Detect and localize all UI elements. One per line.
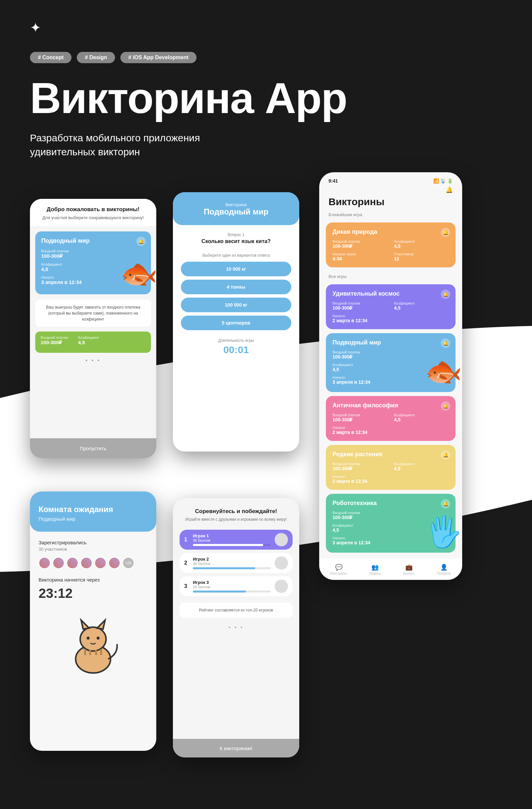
fee-label: Входной платеж bbox=[332, 239, 388, 243]
card-title: Удивительный космос bbox=[332, 290, 449, 297]
quiz-card[interactable]: 🔔 Удивительный космос Входной платеж100-… bbox=[326, 284, 456, 329]
player-name: Игрок 3 bbox=[193, 580, 271, 585]
logo-icon: ✦ bbox=[30, 20, 502, 35]
bell-icon[interactable]: 🔔 bbox=[441, 228, 450, 237]
skip-button[interactable]: Пропустить bbox=[30, 438, 156, 458]
rank-number: 3 bbox=[184, 583, 189, 589]
leaderboard-title: Соревнуйтесь и побеждайте! bbox=[179, 508, 293, 515]
screen-waiting-room: Комната ожидания Подводный мир Зарегистр… bbox=[30, 492, 156, 751]
screen-question: Викторина Подводный мир Вопрос 1 Сколько… bbox=[173, 192, 299, 451]
quiz-card[interactable]: 🔔 Редкие растения Входной платеж100-300₽… bbox=[326, 445, 456, 490]
avatar bbox=[67, 557, 79, 569]
avatar bbox=[81, 557, 92, 569]
starts-in-value: 4:34 bbox=[332, 256, 388, 261]
game-timer: 00:01 bbox=[173, 344, 299, 356]
tab-profile[interactable]: 👤Профиль bbox=[437, 564, 451, 575]
tab-balance[interactable]: 💼Баланс bbox=[403, 564, 415, 575]
player-name: Игрок 1 bbox=[193, 533, 271, 538]
quizzes-icon: 💬 bbox=[335, 564, 342, 571]
leaderboard-row[interactable]: 2 Игрок 2 30 баллов bbox=[179, 553, 293, 573]
notifications-icon[interactable]: 🔔 bbox=[319, 186, 462, 194]
waiting-title: Комната ожидания bbox=[38, 505, 148, 514]
fee-label: Входной платеж bbox=[41, 249, 145, 253]
tag-design: # Design bbox=[77, 52, 115, 63]
quiz-card-underwater[interactable]: 🔔 Подводный мир Входной платеж 100-300₽ … bbox=[35, 231, 151, 294]
avatar bbox=[95, 557, 106, 569]
welcome-subtitle: Для участия выберите понравившуюся викто… bbox=[36, 215, 150, 221]
avatar bbox=[275, 556, 288, 570]
to-quizzes-button[interactable]: К викторинам! bbox=[173, 739, 299, 757]
tag-ios: # iOS App Development bbox=[120, 52, 196, 63]
registered-count: 30 участников bbox=[38, 547, 148, 552]
coef-value: 4,5 bbox=[78, 340, 99, 345]
card-title: Подводный мир bbox=[332, 339, 449, 346]
tab-label: Профиль bbox=[437, 572, 451, 575]
page-subtitle: Разработка мобильного приложения удивите… bbox=[30, 131, 263, 159]
profile-icon: 👤 bbox=[440, 564, 448, 571]
avatar bbox=[275, 580, 288, 593]
bell-icon[interactable]: 🔔 bbox=[441, 401, 450, 411]
waiting-subtitle: Подводный мир bbox=[38, 516, 148, 522]
coef-value: 4,5 bbox=[394, 243, 449, 249]
quiz-card[interactable]: 🔔 Подводный мир Входной платеж100-300₽ К… bbox=[326, 333, 456, 392]
page-title: Викторина App bbox=[30, 73, 502, 123]
section-next-game: Ближайшая игра bbox=[319, 209, 462, 219]
duration-label: Длительность игры bbox=[173, 338, 299, 343]
tab-bar: 💬Викторины 👥Лидеры 💼Баланс 👤Профиль bbox=[319, 558, 462, 580]
status-icons: 📶 📡 🔋 bbox=[433, 178, 453, 184]
cat-illustration bbox=[63, 614, 123, 675]
list-page-title: Викторины bbox=[319, 194, 462, 209]
fee-value: 100-300₽ bbox=[40, 340, 68, 345]
leaderboard-row[interactable]: 1 Игрок 1 35 баллов bbox=[179, 530, 293, 550]
quiz-card[interactable]: 🔔 Робототехника Входной платеж100-300₽ К… bbox=[326, 494, 456, 553]
avatar bbox=[108, 557, 120, 569]
rank-number: 1 bbox=[184, 537, 189, 543]
tag-concept: # Concept bbox=[30, 52, 71, 63]
card-title: Робототехника bbox=[332, 500, 449, 507]
countdown-label: Викторина начнется через bbox=[38, 577, 148, 583]
section-all-games: Все игры bbox=[319, 271, 462, 280]
bell-icon[interactable]: 🔔 bbox=[441, 339, 450, 348]
coef-label: Коэфициент bbox=[78, 335, 99, 340]
fee-label: Входной платеж bbox=[40, 335, 68, 340]
card-title: Дикая природа bbox=[332, 228, 449, 236]
bell-icon[interactable]: 🔔 bbox=[441, 290, 450, 299]
tab-leaders[interactable]: 👥Лидеры bbox=[369, 564, 381, 575]
countdown-value: 23:12 bbox=[38, 586, 148, 601]
leaders-icon: 👥 bbox=[372, 564, 379, 571]
answer-option-1[interactable]: 10 000 кг bbox=[181, 262, 291, 276]
coef-label: Коэфициент bbox=[394, 239, 449, 243]
answer-option-2[interactable]: 4 тонны bbox=[181, 280, 291, 294]
tab-label: Баланс bbox=[403, 572, 415, 575]
page-dots: • • • bbox=[173, 624, 299, 631]
players-label: Участников bbox=[394, 252, 449, 256]
card-title: Редкие растения bbox=[332, 451, 449, 458]
welcome-title: Добро пожаловать в викторины! bbox=[36, 206, 150, 213]
status-time: 9:41 bbox=[328, 178, 338, 184]
quiz-card[interactable]: 🔔 Античная философия Входной платеж100-3… bbox=[326, 396, 456, 441]
tab-quizzes[interactable]: 💬Викторины bbox=[330, 564, 347, 575]
registered-label: Зарегистрировались bbox=[38, 540, 148, 545]
quiz-card-secondary[interactable]: Входной платеж 100-300₽ Коэфициент 4,5 bbox=[35, 331, 151, 353]
svg-point-3 bbox=[97, 637, 100, 640]
bell-icon[interactable]: 🔔 bbox=[441, 499, 450, 509]
answer-option-4[interactable]: 5 центнеров bbox=[181, 315, 291, 330]
question-number: Вопрос 1 bbox=[173, 233, 299, 237]
svg-point-2 bbox=[87, 637, 90, 640]
fee-value: 100-300₽ bbox=[332, 243, 388, 249]
bell-icon[interactable]: 🔔 bbox=[136, 237, 145, 246]
page-dots: • • • bbox=[30, 358, 156, 363]
answer-option-3[interactable]: 100 000 кг bbox=[181, 298, 291, 312]
leaderboard-note: Рейтинг составляется из топ-20 игроков bbox=[179, 603, 293, 618]
bell-icon[interactable]: 🔔 bbox=[441, 450, 450, 460]
leaderboard-row[interactable]: 3 Игрок 3 25 баллов bbox=[179, 576, 293, 596]
leaderboard-subtitle: Играйте вместе с друзьями и игроками по … bbox=[179, 517, 293, 522]
card-title: Античная философия bbox=[332, 402, 449, 409]
participant-avatars: +25 bbox=[38, 557, 148, 569]
quiz-card-wildlife[interactable]: 🔔 Дикая природа Входной платеж100-300₽ К… bbox=[326, 222, 456, 267]
answer-hint: Выберите один из вариантов ответа bbox=[173, 253, 299, 258]
fish-illustration: 🐟 bbox=[425, 354, 462, 389]
quiz-title: Подводный мир bbox=[178, 207, 294, 217]
player-score: 30 баллов bbox=[193, 562, 271, 566]
balance-icon: 💼 bbox=[405, 564, 413, 571]
